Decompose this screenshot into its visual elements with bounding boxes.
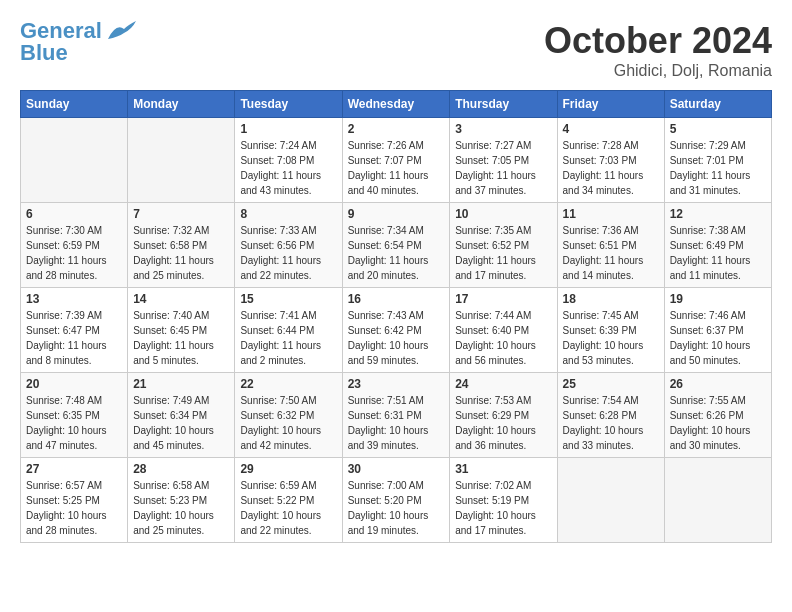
weekday-header-saturday: Saturday bbox=[664, 91, 771, 118]
calendar-cell: 14Sunrise: 7:40 AM Sunset: 6:45 PM Dayli… bbox=[128, 288, 235, 373]
day-number: 27 bbox=[26, 462, 122, 476]
calendar-cell: 19Sunrise: 7:46 AM Sunset: 6:37 PM Dayli… bbox=[664, 288, 771, 373]
calendar-cell: 6Sunrise: 7:30 AM Sunset: 6:59 PM Daylig… bbox=[21, 203, 128, 288]
day-number: 10 bbox=[455, 207, 551, 221]
logo-text: General Blue bbox=[20, 20, 102, 64]
day-info: Sunrise: 7:24 AM Sunset: 7:08 PM Dayligh… bbox=[240, 138, 336, 198]
day-number: 4 bbox=[563, 122, 659, 136]
weekday-header-tuesday: Tuesday bbox=[235, 91, 342, 118]
calendar-cell: 11Sunrise: 7:36 AM Sunset: 6:51 PM Dayli… bbox=[557, 203, 664, 288]
day-info: Sunrise: 7:27 AM Sunset: 7:05 PM Dayligh… bbox=[455, 138, 551, 198]
calendar-cell: 3Sunrise: 7:27 AM Sunset: 7:05 PM Daylig… bbox=[450, 118, 557, 203]
day-info: Sunrise: 7:43 AM Sunset: 6:42 PM Dayligh… bbox=[348, 308, 445, 368]
day-number: 19 bbox=[670, 292, 766, 306]
day-number: 16 bbox=[348, 292, 445, 306]
day-number: 22 bbox=[240, 377, 336, 391]
calendar-cell bbox=[21, 118, 128, 203]
calendar-cell bbox=[128, 118, 235, 203]
day-info: Sunrise: 7:45 AM Sunset: 6:39 PM Dayligh… bbox=[563, 308, 659, 368]
calendar-cell bbox=[557, 458, 664, 543]
week-row-2: 6Sunrise: 7:30 AM Sunset: 6:59 PM Daylig… bbox=[21, 203, 772, 288]
day-info: Sunrise: 7:36 AM Sunset: 6:51 PM Dayligh… bbox=[563, 223, 659, 283]
header: General Blue October 2024 Ghidici, Dolj,… bbox=[20, 20, 772, 80]
calendar-cell: 17Sunrise: 7:44 AM Sunset: 6:40 PM Dayli… bbox=[450, 288, 557, 373]
calendar-cell: 7Sunrise: 7:32 AM Sunset: 6:58 PM Daylig… bbox=[128, 203, 235, 288]
day-number: 29 bbox=[240, 462, 336, 476]
day-info: Sunrise: 6:57 AM Sunset: 5:25 PM Dayligh… bbox=[26, 478, 122, 538]
title-area: October 2024 Ghidici, Dolj, Romania bbox=[544, 20, 772, 80]
weekday-header-sunday: Sunday bbox=[21, 91, 128, 118]
day-info: Sunrise: 7:54 AM Sunset: 6:28 PM Dayligh… bbox=[563, 393, 659, 453]
day-info: Sunrise: 7:26 AM Sunset: 7:07 PM Dayligh… bbox=[348, 138, 445, 198]
weekday-header-thursday: Thursday bbox=[450, 91, 557, 118]
calendar-cell: 30Sunrise: 7:00 AM Sunset: 5:20 PM Dayli… bbox=[342, 458, 450, 543]
day-number: 21 bbox=[133, 377, 229, 391]
day-info: Sunrise: 6:59 AM Sunset: 5:22 PM Dayligh… bbox=[240, 478, 336, 538]
calendar-cell: 25Sunrise: 7:54 AM Sunset: 6:28 PM Dayli… bbox=[557, 373, 664, 458]
calendar-cell: 9Sunrise: 7:34 AM Sunset: 6:54 PM Daylig… bbox=[342, 203, 450, 288]
calendar-cell: 20Sunrise: 7:48 AM Sunset: 6:35 PM Dayli… bbox=[21, 373, 128, 458]
calendar-cell: 21Sunrise: 7:49 AM Sunset: 6:34 PM Dayli… bbox=[128, 373, 235, 458]
day-number: 2 bbox=[348, 122, 445, 136]
weekday-header-row: SundayMondayTuesdayWednesdayThursdayFrid… bbox=[21, 91, 772, 118]
day-number: 8 bbox=[240, 207, 336, 221]
day-info: Sunrise: 7:02 AM Sunset: 5:19 PM Dayligh… bbox=[455, 478, 551, 538]
calendar-cell: 23Sunrise: 7:51 AM Sunset: 6:31 PM Dayli… bbox=[342, 373, 450, 458]
week-row-1: 1Sunrise: 7:24 AM Sunset: 7:08 PM Daylig… bbox=[21, 118, 772, 203]
month-title: October 2024 bbox=[544, 20, 772, 62]
day-info: Sunrise: 7:32 AM Sunset: 6:58 PM Dayligh… bbox=[133, 223, 229, 283]
calendar-cell: 18Sunrise: 7:45 AM Sunset: 6:39 PM Dayli… bbox=[557, 288, 664, 373]
day-info: Sunrise: 7:50 AM Sunset: 6:32 PM Dayligh… bbox=[240, 393, 336, 453]
day-number: 1 bbox=[240, 122, 336, 136]
calendar-table: SundayMondayTuesdayWednesdayThursdayFrid… bbox=[20, 90, 772, 543]
week-row-5: 27Sunrise: 6:57 AM Sunset: 5:25 PM Dayli… bbox=[21, 458, 772, 543]
day-info: Sunrise: 6:58 AM Sunset: 5:23 PM Dayligh… bbox=[133, 478, 229, 538]
day-number: 30 bbox=[348, 462, 445, 476]
calendar-cell: 28Sunrise: 6:58 AM Sunset: 5:23 PM Dayli… bbox=[128, 458, 235, 543]
day-number: 24 bbox=[455, 377, 551, 391]
calendar-cell: 31Sunrise: 7:02 AM Sunset: 5:19 PM Dayli… bbox=[450, 458, 557, 543]
day-info: Sunrise: 7:41 AM Sunset: 6:44 PM Dayligh… bbox=[240, 308, 336, 368]
calendar-cell: 5Sunrise: 7:29 AM Sunset: 7:01 PM Daylig… bbox=[664, 118, 771, 203]
day-info: Sunrise: 7:38 AM Sunset: 6:49 PM Dayligh… bbox=[670, 223, 766, 283]
day-info: Sunrise: 7:00 AM Sunset: 5:20 PM Dayligh… bbox=[348, 478, 445, 538]
day-number: 23 bbox=[348, 377, 445, 391]
logo-bird-icon bbox=[104, 21, 136, 43]
calendar-cell: 4Sunrise: 7:28 AM Sunset: 7:03 PM Daylig… bbox=[557, 118, 664, 203]
day-number: 11 bbox=[563, 207, 659, 221]
day-number: 26 bbox=[670, 377, 766, 391]
day-info: Sunrise: 7:51 AM Sunset: 6:31 PM Dayligh… bbox=[348, 393, 445, 453]
day-info: Sunrise: 7:46 AM Sunset: 6:37 PM Dayligh… bbox=[670, 308, 766, 368]
calendar-cell: 1Sunrise: 7:24 AM Sunset: 7:08 PM Daylig… bbox=[235, 118, 342, 203]
day-number: 7 bbox=[133, 207, 229, 221]
day-number: 9 bbox=[348, 207, 445, 221]
week-row-3: 13Sunrise: 7:39 AM Sunset: 6:47 PM Dayli… bbox=[21, 288, 772, 373]
day-info: Sunrise: 7:44 AM Sunset: 6:40 PM Dayligh… bbox=[455, 308, 551, 368]
day-info: Sunrise: 7:39 AM Sunset: 6:47 PM Dayligh… bbox=[26, 308, 122, 368]
calendar-cell: 26Sunrise: 7:55 AM Sunset: 6:26 PM Dayli… bbox=[664, 373, 771, 458]
day-info: Sunrise: 7:30 AM Sunset: 6:59 PM Dayligh… bbox=[26, 223, 122, 283]
day-info: Sunrise: 7:49 AM Sunset: 6:34 PM Dayligh… bbox=[133, 393, 229, 453]
calendar-cell: 13Sunrise: 7:39 AM Sunset: 6:47 PM Dayli… bbox=[21, 288, 128, 373]
calendar-cell: 24Sunrise: 7:53 AM Sunset: 6:29 PM Dayli… bbox=[450, 373, 557, 458]
calendar-cell: 2Sunrise: 7:26 AM Sunset: 7:07 PM Daylig… bbox=[342, 118, 450, 203]
day-number: 28 bbox=[133, 462, 229, 476]
calendar-cell: 12Sunrise: 7:38 AM Sunset: 6:49 PM Dayli… bbox=[664, 203, 771, 288]
logo: General Blue bbox=[20, 20, 136, 64]
calendar-cell: 8Sunrise: 7:33 AM Sunset: 6:56 PM Daylig… bbox=[235, 203, 342, 288]
calendar-cell: 16Sunrise: 7:43 AM Sunset: 6:42 PM Dayli… bbox=[342, 288, 450, 373]
day-info: Sunrise: 7:53 AM Sunset: 6:29 PM Dayligh… bbox=[455, 393, 551, 453]
day-info: Sunrise: 7:35 AM Sunset: 6:52 PM Dayligh… bbox=[455, 223, 551, 283]
calendar-cell bbox=[664, 458, 771, 543]
day-info: Sunrise: 7:48 AM Sunset: 6:35 PM Dayligh… bbox=[26, 393, 122, 453]
calendar-cell: 10Sunrise: 7:35 AM Sunset: 6:52 PM Dayli… bbox=[450, 203, 557, 288]
calendar-cell: 15Sunrise: 7:41 AM Sunset: 6:44 PM Dayli… bbox=[235, 288, 342, 373]
calendar-cell: 29Sunrise: 6:59 AM Sunset: 5:22 PM Dayli… bbox=[235, 458, 342, 543]
day-info: Sunrise: 7:34 AM Sunset: 6:54 PM Dayligh… bbox=[348, 223, 445, 283]
location-subtitle: Ghidici, Dolj, Romania bbox=[544, 62, 772, 80]
weekday-header-wednesday: Wednesday bbox=[342, 91, 450, 118]
day-info: Sunrise: 7:40 AM Sunset: 6:45 PM Dayligh… bbox=[133, 308, 229, 368]
day-number: 25 bbox=[563, 377, 659, 391]
day-number: 6 bbox=[26, 207, 122, 221]
day-number: 18 bbox=[563, 292, 659, 306]
